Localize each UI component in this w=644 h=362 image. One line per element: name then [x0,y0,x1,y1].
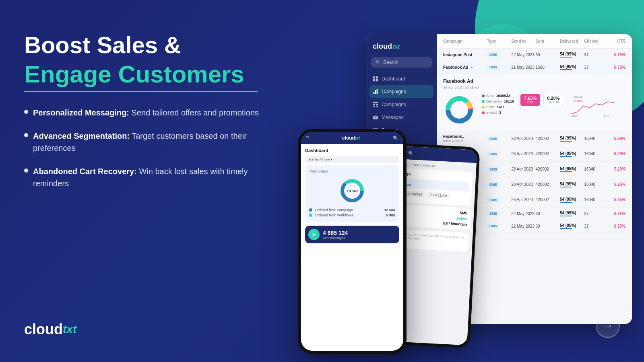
send-icon: ➤ [308,229,320,240]
svg-rect-2 [373,79,375,81]
sidebar-item-campaigns-2[interactable]: Campaigns [366,98,437,111]
phone-front-mockup: ☰ cloudtxt 🔍 Dashboard Sort by All time … [298,129,407,354]
search-icon: 🔍 [375,60,381,65]
bullet-text-1: Personalized Messaging: Send tailored of… [33,107,259,119]
metric-boxes-area: 7.63% CTR 0.20% UNSUB [520,94,563,106]
bullet-dot-1 [24,110,28,114]
stat-row-workflow: Ordered from workflows 5 980 [309,213,395,217]
search-icon-phone: 🔍 [408,151,414,156]
col-sent: Sent [536,39,560,43]
line-chart-svg: Mar 28 6.45% MAR APR [570,94,618,118]
cell-clicked: 37 [584,53,608,57]
sidebar-item-dashboard[interactable]: Dashboard [366,72,437,85]
stat-val-campaign: 12 560 [384,208,395,212]
svg-rect-8 [373,104,375,105]
logo-txt-text: txt [63,323,76,336]
phone-filter-row: Sort by All time ▾ [305,156,399,163]
svg-text:APR: APR [604,115,609,117]
cell-campaign: Instagram Post [443,53,487,57]
cell-type: SMS [487,52,511,58]
cell-delivered-fb: 54 (95%) [560,64,584,70]
svg-rect-3 [376,79,378,81]
svg-rect-1 [376,76,378,78]
stat-dot-campaign [309,208,312,212]
headline-line2: Engage Customers [24,61,266,88]
cell-delivered: 54 (95%) [560,52,584,58]
hamburger-icon: ☰ [306,136,309,140]
svg-rect-11 [376,106,378,107]
col-delivered: Delivered [560,39,584,43]
sidebar-logo-cloud: cloud [373,42,392,51]
phone-donut-svg: 18 348 [338,177,366,205]
bullet-bold-3: Abandoned Cart Recovery: [33,167,137,176]
col-clicked: Clicked [584,39,608,43]
bottom-logo: cloudtxt [24,321,76,338]
cell-ctr: 0.75% [609,53,625,57]
sidebar-item-campaigns-active[interactable]: Campaigns [369,85,433,98]
sent-messages-info: 4 685 124 Sent messages [323,230,348,240]
svg-rect-0 [373,76,375,78]
expanded-date: 26 Apr 2023, 09:45AM [443,86,625,90]
bar-chart-icon [373,89,378,95]
mockup-area: cloudtxt 🔍 Search Dashboard Campaigns [298,0,644,362]
headline-text-1: Boost Sales & [24,32,181,58]
cell-send-at: 22 May 2023 [511,53,535,57]
table-row[interactable]: Instagram Post SMS 22 May 2023 60 54 (95… [437,49,632,61]
stat-dot-invalid [482,111,485,114]
bullet-desc-1: Send tailored offers and promotions [132,108,259,117]
expanded-title: Facebook Ad [443,78,625,84]
table-row-fb-intl[interactable]: Facebook.. International SMS 28 Apr 2023… [437,131,632,146]
cell-campaign-fb: Facebook Ad ▾ [443,65,487,70]
bullet-item-3: Abandoned Cart Recovery: Win back lost s… [24,165,266,189]
stat-dot-workflow [309,214,312,217]
svg-text:Mar 28: Mar 28 [574,95,582,98]
donut-svg [443,94,475,126]
sent-messages-card: ➤ 4 685 124 Sent messages [305,226,399,243]
phone-dashboard-label: Dashboard [305,148,399,153]
cell-sent: 60 [536,53,560,57]
sidebar-logo: cloudtxt [366,42,437,57]
search-placeholder: Search [383,60,398,65]
phone-screen-header: ☰ cloudtxt 🔍 [301,132,403,144]
bullet-item-2: Advanced Segmentation: Target customers … [24,130,266,154]
stat-dot-delivered [482,100,485,103]
sort-filter[interactable]: Sort by All time ▾ [305,156,399,163]
stats-panel: Sent 1640022 Delivered 16116 Error 1411 [482,94,514,115]
expanded-row-detail: Facebook Ad 26 Apr 2023, 09:45AM [437,74,632,131]
sidebar-item-messages[interactable]: Messages [366,111,437,124]
table-row-facebook-ad[interactable]: Facebook Ad ▾ SMS 21 May 2023 1560 54 (9… [437,61,632,74]
phone-donut-area: 18 348 [309,177,395,205]
cell-clicked-fb: 37 [584,65,608,70]
col-ctr: CTR [609,39,625,43]
bullet-text-3: Abandoned Cart Recovery: Win back lost s… [33,165,266,189]
schedule-date: 12/20/2022 [403,190,425,197]
sidebar-label-campaigns-2: Campaigns [382,102,406,107]
svg-rect-7 [373,102,378,103]
bullet-dot-2 [24,133,28,137]
bullet-item-1: Personalized Messaging: Send tailored of… [24,107,266,119]
stat-row-campaign: Ordered from campaign 12 560 [309,208,395,212]
bullet-bold-2: Advanced Segmentation: [33,132,130,140]
schedule-time: ⏱ 05:11 PM [427,192,450,199]
stat-dot-error [482,106,485,109]
sidebar-logo-txt: txt [393,43,400,50]
cell-campaign-fb-intl: Facebook.. International [443,134,487,143]
stat-delivered: Delivered 16116 [482,99,514,103]
sidebar-label-dashboard: Dashboard [382,76,405,82]
headline-text-2: Engage Customers [24,61,244,88]
cell-sent-fb: 1560 [536,65,560,70]
total-orders-card: Total orders 18 348 Ordered fro [305,165,399,222]
logo-cloud-text: cloud [24,321,63,338]
left-content-area: Boost Sales & Engage Customers Personali… [24,32,266,201]
sidebar-label-messages: Messages [382,115,404,120]
col-campaign: Campaign [443,39,487,43]
sidebar-search-box[interactable]: 🔍 Search [371,57,432,68]
stat-val-workflow: 5 980 [386,213,395,217]
total-orders-label: Total orders [309,169,395,173]
cell-type-fb: SMS [487,64,511,70]
phone-body: Dashboard Sort by All time ▾ Total order… [301,144,403,351]
col-send-at: Send at [511,39,535,43]
mini-line-chart: Mar 28 6.45% MAR APR [570,94,618,118]
headline-underline [24,91,258,92]
svg-rect-9 [376,104,378,105]
